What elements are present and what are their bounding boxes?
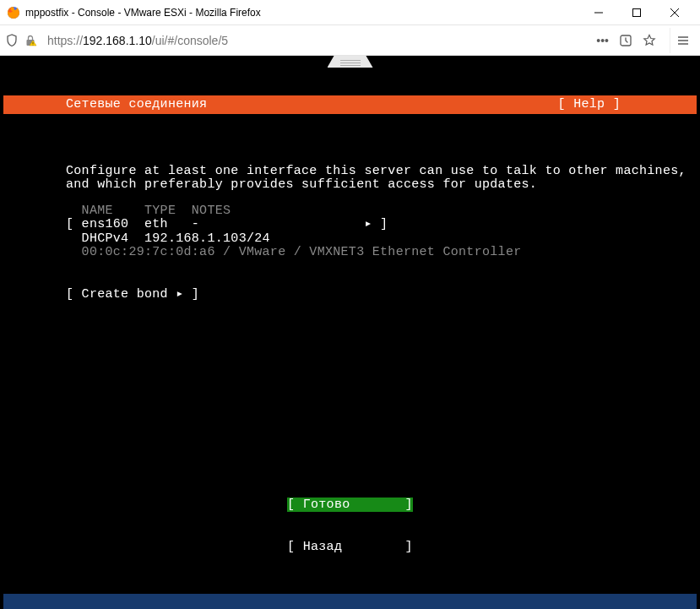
installer-title: Сетевые соединения <box>3 98 558 112</box>
url-scheme: https:// <box>47 34 83 47</box>
firefox-icon <box>7 6 20 19</box>
dhcp-row: DHCPv4 192.168.1.103/24 <box>66 232 697 247</box>
create-bond-button[interactable]: [ Create bond ▸ ] <box>66 288 697 302</box>
done-button[interactable]: [ Готово ] <box>287 498 413 512</box>
installer-header: Сетевые соединения [ Help ] <box>3 95 697 114</box>
window-controls <box>579 1 693 24</box>
reader-icon[interactable] <box>619 34 632 47</box>
minimize-button[interactable] <box>579 1 617 24</box>
page-actions-icon[interactable]: ••• <box>596 34 609 47</box>
console-bottom-bar <box>3 594 697 609</box>
window-title: mppostfix - Console - VMware ESXi - Mozi… <box>25 7 579 19</box>
vmware-console[interactable]: Сетевые соединения [ Help ] Configure at… <box>0 56 700 609</box>
url-actions: ••• <box>596 34 661 47</box>
lock-warning-icon[interactable] <box>24 34 37 47</box>
url-input[interactable]: https://192.168.1.10/ui/#/console/5 <box>42 30 591 51</box>
back-button[interactable]: [ Назад ] <box>287 540 413 554</box>
console-grip-handle[interactable] <box>328 56 373 68</box>
browser-addressbar: https://192.168.1.10/ui/#/console/5 ••• <box>0 25 700 56</box>
table-header: NAME TYPE NOTES <box>66 204 697 219</box>
svg-rect-2 <box>632 8 640 16</box>
maximize-button[interactable] <box>617 1 655 24</box>
bookmark-star-icon[interactable] <box>643 34 656 47</box>
mac-row: 00:0c:29:7c:0d:a6 / VMware / VMXNET3 Eth… <box>66 246 697 260</box>
tracking-shield-icon[interactable] <box>5 34 19 47</box>
url-path: /ui/#/console/5 <box>152 34 228 47</box>
interface-row[interactable]: [ ens160 eth - ▸ ] <box>66 218 697 232</box>
help-button[interactable]: [ Help ] <box>558 98 697 112</box>
terminal[interactable]: Сетевые соединения [ Help ] Configure at… <box>3 68 697 594</box>
description-text: Configure at least one interface this se… <box>66 164 686 193</box>
installer-body: Configure at least one interface this se… <box>3 142 697 329</box>
window-titlebar: mppostfix - Console - VMware ESXi - Mozi… <box>0 0 700 25</box>
url-host: 192.168.1.10 <box>83 34 152 47</box>
menu-button[interactable] <box>670 28 695 53</box>
close-button[interactable] <box>655 1 693 24</box>
console-top-strip <box>0 56 700 68</box>
installer-footer: [ Готово ] [ Назад ] <box>3 470 697 582</box>
svg-point-7 <box>33 44 34 45</box>
